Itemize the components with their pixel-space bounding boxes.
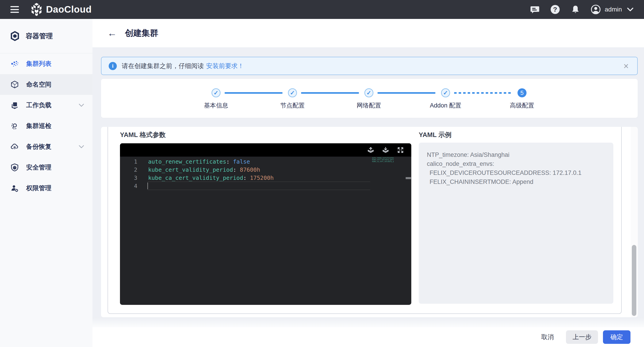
step-5-label: 高级配置 <box>495 101 549 109</box>
step-connector <box>378 92 436 94</box>
content-area: i 请在创建集群之前，仔细阅读 安装前要求！ × ✓ ✓ ✓ ✓ 5 <box>92 47 644 327</box>
pre-install-requirements-link[interactable]: 安装前要求！ <box>206 62 244 70</box>
confirm-button[interactable]: 确定 <box>603 330 630 344</box>
upload-icon[interactable] <box>367 146 375 154</box>
notifications-bell-icon[interactable] <box>570 4 580 14</box>
code-line-3: 3 kube_ca_cert_validity_period: 175200h <box>120 174 411 182</box>
chevron-down-icon <box>78 145 84 148</box>
sidebar-item-label: 备份恢复 <box>26 142 52 151</box>
yaml-params-title: YAML 格式参数 <box>120 130 166 139</box>
sidebar-item-label: 工作负载 <box>26 101 52 109</box>
editor-toolbar <box>120 143 411 157</box>
example-line: calico_node_extra_envs: <box>427 159 605 168</box>
sidebar-item-label: 权限管理 <box>26 184 52 192</box>
sidebar-item-namespace[interactable]: 命名空间 <box>0 74 92 95</box>
yaml-example-title: YAML 示例 <box>419 130 452 139</box>
container-management-icon <box>10 31 20 41</box>
step-3-label: 网络配置 <box>342 101 396 109</box>
sidebar-item-security-management[interactable]: 安全管理 <box>0 157 92 178</box>
messages-icon[interactable] <box>530 4 540 14</box>
content-scrollbar-track[interactable] <box>631 127 637 317</box>
cluster-inspection-icon <box>10 122 19 130</box>
permission-management-icon <box>10 184 19 192</box>
content-scrollbar-thumb[interactable] <box>632 245 636 316</box>
topbar-right: ? admin <box>520 4 634 14</box>
daocloud-logo-icon <box>31 3 42 16</box>
editor-scrollbar-thumb[interactable] <box>406 177 411 179</box>
namespace-icon <box>10 80 19 89</box>
yaml-editor[interactable]: 1 auto_renew_certificates: false 2 kube_… <box>120 143 411 305</box>
check-icon: ✓ <box>366 89 372 96</box>
page-header: ← 创建集群 <box>92 19 644 47</box>
user-avatar[interactable] <box>591 4 601 14</box>
brand[interactable]: DaoCloud <box>31 3 92 16</box>
step-5-circle[interactable]: 5 <box>518 88 526 97</box>
step-1-label: 基本信息 <box>189 101 243 109</box>
check-icon: ✓ <box>443 89 448 96</box>
sidebar-module-header[interactable]: 容器管理 <box>0 19 92 53</box>
security-management-icon <box>10 163 19 172</box>
line-number: 3 <box>120 174 137 182</box>
sidebar-module-label: 容器管理 <box>26 31 53 41</box>
yaml-value: 175200h <box>247 175 274 181</box>
advanced-config-card: YAML 格式参数 <box>101 127 638 317</box>
app-root: DaoCloud ? <box>0 0 644 347</box>
line-number: 2 <box>120 166 137 174</box>
sidebar-item-label: 集群列表 <box>26 59 52 68</box>
footer-fade <box>92 317 644 327</box>
cancel-button[interactable]: 取消 <box>541 333 554 341</box>
workload-icon <box>10 101 19 109</box>
example-line: FELIX_DEVICEROUTESOURCEADDRESS: 172.17.0… <box>427 168 605 177</box>
back-arrow-icon[interactable]: ← <box>107 28 117 38</box>
yaml-value: false <box>230 158 250 165</box>
backup-recovery-icon <box>10 142 19 151</box>
yaml-key: kube_cert_validity_period <box>148 167 233 173</box>
step-2-circle[interactable]: ✓ <box>288 88 297 97</box>
previous-step-button[interactable]: 上一步 <box>566 330 598 344</box>
sidebar-item-cluster-list[interactable]: 集群列表 <box>0 53 92 74</box>
editor-minimap: auto_renew_certificates: false kube_cert… <box>372 157 394 162</box>
yaml-key: auto_renew_certificates <box>148 158 226 165</box>
step-connector-dotted <box>454 92 512 94</box>
info-banner: i 请在创建集群之前，仔细阅读 安装前要求！ × <box>101 57 638 75</box>
hamburger-menu-icon[interactable] <box>10 6 19 13</box>
sidebar: 容器管理 集群列表 <box>0 19 92 347</box>
sidebar-item-backup-recovery[interactable]: 备份恢复 <box>0 136 92 157</box>
stepper: ✓ ✓ ✓ ✓ 5 基本信息 节点配置 网络配置 Addon 配置 高级配置 <box>101 79 638 118</box>
step-connector <box>224 92 282 94</box>
sidebar-item-workload[interactable]: 工作负载 <box>0 95 92 116</box>
step-4-circle[interactable]: ✓ <box>441 88 450 97</box>
user-menu-chevron-down-icon[interactable] <box>627 7 634 12</box>
example-line: FELIX_CHAININSERTMODE: Append <box>427 177 605 186</box>
step-3-circle[interactable]: ✓ <box>364 88 374 97</box>
check-icon: ✓ <box>290 89 295 96</box>
code-line-1: 1 auto_renew_certificates: false <box>120 158 411 166</box>
line-number: 4 <box>120 182 137 190</box>
code-line-2: 2 kube_cert_validity_period: 87600h <box>120 166 411 174</box>
banner-close-icon[interactable]: × <box>624 61 629 70</box>
yaml-key: kube_ca_cert_validity_period <box>148 175 243 181</box>
banner-text: 请在创建集群之前，仔细阅读 <box>122 62 204 70</box>
download-icon[interactable] <box>382 146 390 154</box>
line-number: 1 <box>120 158 137 166</box>
top-bar: DaoCloud ? <box>0 0 644 19</box>
step-1-circle[interactable]: ✓ <box>212 88 220 97</box>
yaml-colon: : <box>226 158 230 165</box>
user-name[interactable]: admin <box>605 6 622 13</box>
help-icon[interactable]: ? <box>550 4 560 14</box>
info-icon: i <box>109 62 117 70</box>
fullscreen-icon[interactable] <box>396 146 404 154</box>
step-4-label: Addon 配置 <box>418 101 473 109</box>
sidebar-item-permission-management[interactable]: 权限管理 <box>0 178 92 199</box>
sidebar-item-cluster-inspection[interactable]: 集群巡检 <box>0 116 92 136</box>
yaml-colon: : <box>233 167 236 173</box>
step-number: 5 <box>520 89 524 96</box>
yaml-section-panel: YAML 格式参数 <box>108 127 622 314</box>
editor-active-line <box>148 182 370 190</box>
page-title: 创建集群 <box>125 27 158 39</box>
yaml-colon: : <box>243 175 246 181</box>
step-connector <box>301 92 359 94</box>
check-icon: ✓ <box>214 89 218 96</box>
yaml-value: 87600h <box>236 167 260 173</box>
brand-name: DaoCloud <box>46 4 92 15</box>
